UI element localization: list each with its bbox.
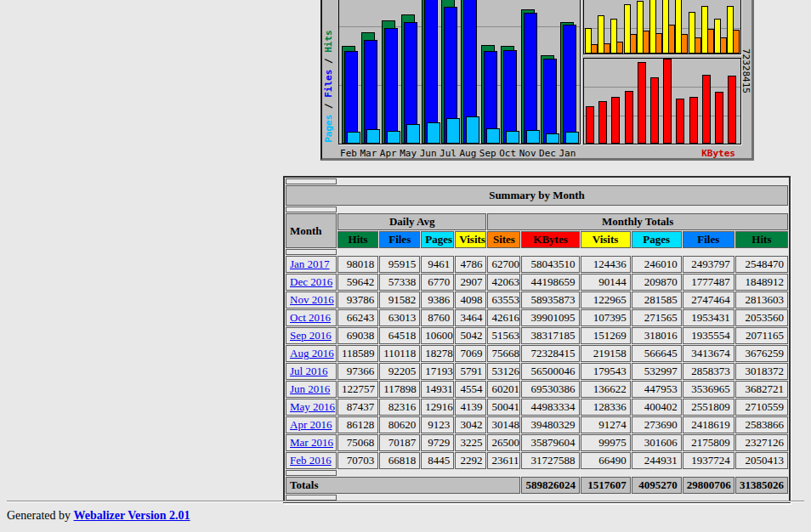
month-link[interactable]: Dec 2016 — [290, 275, 332, 288]
month-cell: May 2016 — [286, 399, 337, 416]
webalizer-version-link[interactable]: Webalizer Version 2.01 — [74, 509, 190, 522]
files-bar — [384, 28, 398, 144]
table-row: Dec 201659642573386770290742063441986599… — [286, 274, 788, 291]
pages-bar — [466, 116, 479, 144]
table-cell: 91582 — [379, 291, 420, 308]
left-axis-label-part: Hits — [323, 30, 334, 53]
table-spacer — [286, 249, 788, 255]
month-link[interactable]: Jun 2016 — [290, 382, 330, 395]
pages-bar — [565, 132, 579, 144]
table-cell: 447953 — [632, 381, 682, 398]
table-cell: 72328415 — [521, 345, 579, 362]
month-cell: Jul 2016 — [286, 363, 337, 380]
month-link[interactable]: Nov 2016 — [290, 293, 334, 306]
table-cell: 2583866 — [735, 416, 788, 433]
table-cell: 2813603 — [735, 291, 788, 308]
table-cell: 179543 — [581, 363, 631, 380]
sites-bar — [720, 37, 727, 54]
table-cell: 38317185 — [521, 327, 579, 344]
table-cell: 8760 — [421, 309, 454, 326]
month-cell: Jun 2016 — [286, 381, 337, 398]
table-cell: 318016 — [632, 327, 682, 344]
totals-label: Totals — [286, 477, 520, 494]
table-cell: 66818 — [379, 452, 420, 469]
table-cell: 117898 — [379, 381, 420, 398]
table-cell: 91274 — [581, 416, 631, 433]
table-spacer — [286, 178, 788, 184]
table-cell: 69530386 — [521, 381, 579, 398]
kbytes-bar — [586, 106, 594, 144]
table-cell: 128336 — [581, 399, 631, 416]
pages-bar — [347, 132, 360, 144]
table-cell: 124436 — [581, 256, 631, 273]
table-cell: 136622 — [581, 381, 631, 398]
table-cell: 110118 — [379, 345, 420, 362]
table-cell: 63013 — [379, 309, 420, 326]
kbytes-bar — [715, 92, 723, 144]
table-cell: 42063 — [487, 274, 520, 291]
files-bar — [364, 40, 377, 144]
column-header-kbytes: KBytes — [521, 231, 579, 248]
kbytes-bar — [625, 91, 633, 144]
table-cell: 99975 — [581, 434, 631, 451]
summary-by-month-table: Summary by Month Month Daily Avg Monthly… — [283, 176, 791, 503]
table-spacer — [286, 495, 788, 501]
totals-value: 4095270 — [632, 477, 682, 494]
table-cell: 9461 — [421, 256, 454, 273]
table-cell: 14931 — [421, 381, 454, 398]
month-label: Jan — [555, 148, 579, 159]
table-cell: 2907 — [455, 274, 486, 291]
table-cell: 98018 — [337, 256, 378, 273]
table-row: May 201687437823161291641395004144983334… — [286, 399, 788, 416]
table-cell: 4139 — [455, 399, 486, 416]
table-cell: 3413674 — [683, 345, 734, 362]
month-link[interactable]: Mar 2016 — [290, 436, 333, 449]
table-cell: 273690 — [632, 416, 682, 433]
table-cell: 3225 — [455, 434, 486, 451]
table-cell: 64518 — [379, 327, 420, 344]
footer: Generated by Webalizer Version 2.01 — [7, 509, 190, 523]
table-cell: 2053560 — [735, 309, 788, 326]
kbytes-bar — [650, 77, 659, 144]
month-link[interactable]: Feb 2016 — [290, 454, 332, 467]
pages-bar — [446, 118, 460, 144]
table-cell: 4786 — [455, 256, 486, 273]
sites-bar — [604, 43, 610, 54]
column-header-hits: Hits — [337, 231, 378, 248]
table-row: Apr 201686128806209123304230148394803299… — [286, 416, 788, 433]
gridline — [584, 87, 740, 88]
month-link[interactable]: Oct 2016 — [290, 311, 331, 324]
month-link[interactable]: Jul 2016 — [290, 365, 327, 377]
month-cell: Apr 2016 — [286, 416, 337, 433]
totals-value: 1517607 — [581, 477, 631, 494]
totals-value: 589826024 — [521, 477, 579, 494]
table-cell: 2747464 — [683, 291, 734, 308]
table-cell: 75668 — [487, 345, 520, 362]
files-bar — [524, 13, 537, 144]
daily-avg-group-header: Daily Avg — [337, 213, 486, 230]
table-cell: 1937724 — [683, 452, 734, 469]
table-row: Mar 201675068701879729322526500358796049… — [286, 434, 788, 451]
table-cell: 9386 — [421, 291, 454, 308]
column-header-pages: Pages — [632, 231, 682, 248]
visits-sites-plot — [583, 0, 741, 54]
kbytes-axis-label: KBytes — [696, 148, 735, 159]
table-cell: 5042 — [455, 327, 486, 344]
month-cell: Jan 2017 — [286, 256, 337, 273]
month-link[interactable]: Aug 2016 — [290, 347, 334, 359]
totals-value: 29800706 — [683, 477, 734, 494]
table-cell: 51563 — [487, 327, 520, 344]
table-cell: 107395 — [581, 309, 631, 326]
month-cell: Dec 2016 — [286, 274, 337, 291]
table-cell: 59642 — [337, 274, 378, 291]
month-link[interactable]: Jan 2017 — [290, 258, 330, 270]
month-link[interactable]: Sep 2016 — [290, 329, 332, 342]
month-link[interactable]: Apr 2016 — [290, 418, 332, 431]
kbytes-bar — [702, 75, 711, 144]
table-cell: 60201 — [487, 381, 520, 398]
files-bar — [563, 25, 576, 144]
table-spacer — [286, 470, 788, 476]
kbytes-bar — [728, 76, 736, 144]
table-cell: 63553 — [487, 291, 520, 308]
month-link[interactable]: May 2016 — [290, 400, 335, 413]
